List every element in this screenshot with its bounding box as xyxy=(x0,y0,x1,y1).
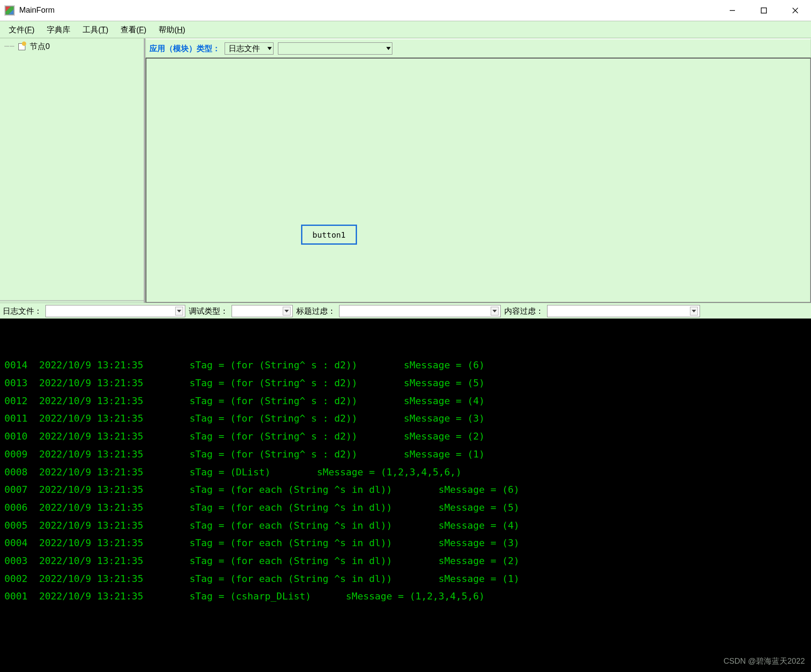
maximize-icon xyxy=(761,7,767,14)
filter-title-combo[interactable] xyxy=(339,305,501,317)
filter-debugtype-label: 调试类型： xyxy=(189,306,228,316)
tree-node-label: 节点0 xyxy=(30,41,50,52)
log-line: 0007 2022/10/9 13:21:35 sTag = (for each… xyxy=(4,481,807,499)
chevron-down-icon xyxy=(267,47,272,50)
design-canvas[interactable]: button1 xyxy=(146,58,811,303)
splitter-handle[interactable] xyxy=(0,300,144,303)
filter-title-label: 标题过虑： xyxy=(296,306,336,316)
tree-pane: ┈┈ 节点0 xyxy=(0,38,145,303)
log-line: 0014 2022/10/9 13:21:35 sTag = (for (Str… xyxy=(4,357,807,374)
log-line: 0013 2022/10/9 13:21:35 sTag = (for (Str… xyxy=(4,374,807,392)
secondary-combo[interactable] xyxy=(278,42,392,55)
filter-debugtype-combo[interactable] xyxy=(232,305,293,317)
type-combo-value: 日志文件 xyxy=(225,42,273,55)
menu-bar: 文件(F) 字典库 工具(T) 查看(F) 帮助(H) xyxy=(0,21,811,38)
menu-file[interactable]: 文件(F) xyxy=(9,24,35,35)
type-combo[interactable]: 日志文件 xyxy=(225,42,274,55)
secondary-combo-value xyxy=(278,48,392,49)
filter-logfile-combo[interactable] xyxy=(45,305,185,317)
toolbar-type-label: 应用（模块）类型： xyxy=(149,43,220,54)
log-line: 0008 2022/10/9 13:21:35 sTag = (DList) s… xyxy=(4,464,807,481)
log-console[interactable]: 0014 2022/10/9 13:21:35 sTag = (for (Str… xyxy=(0,319,811,672)
minimize-icon xyxy=(729,7,736,14)
menu-help[interactable]: 帮助(H) xyxy=(159,24,185,35)
toolbar: 应用（模块）类型： 日志文件 xyxy=(146,38,811,58)
button1-label: button1 xyxy=(312,230,346,239)
log-line: 0011 2022/10/9 13:21:35 sTag = (for (Str… xyxy=(4,410,807,428)
menu-dict[interactable]: 字典库 xyxy=(47,24,70,35)
minimize-button[interactable] xyxy=(717,0,748,21)
log-line: 0010 2022/10/9 13:21:35 sTag = (for (Str… xyxy=(4,428,807,446)
chevron-down-icon xyxy=(175,307,183,315)
filter-logfile-label: 日志文件： xyxy=(3,306,42,316)
bug-icon xyxy=(17,42,27,51)
watermark: CSDN @碧海蓝天2022 xyxy=(724,654,805,669)
chevron-down-icon xyxy=(283,307,291,315)
app-icon xyxy=(4,5,15,16)
log-line: 0012 2022/10/9 13:21:35 sTag = (for (Str… xyxy=(4,392,807,410)
tree-branch-icon: ┈┈ xyxy=(4,42,15,51)
log-line: 0004 2022/10/9 13:21:35 sTag = (for each… xyxy=(4,534,807,552)
filter-bar: 日志文件： 调试类型： 标题过虑： 内容过虑： xyxy=(0,303,811,319)
treeview[interactable]: ┈┈ 节点0 xyxy=(3,40,141,301)
log-line: 0003 2022/10/9 13:21:35 sTag = (for each… xyxy=(4,552,807,570)
log-line: 0009 2022/10/9 13:21:35 sTag = (for (Str… xyxy=(4,446,807,464)
log-line: 0006 2022/10/9 13:21:35 sTag = (for each… xyxy=(4,499,807,517)
log-line: 0002 2022/10/9 13:21:35 sTag = (for each… xyxy=(4,570,807,588)
filter-content-label: 内容过虑： xyxy=(504,306,544,316)
chevron-down-icon xyxy=(690,307,698,315)
log-line: 0005 2022/10/9 13:21:35 sTag = (for each… xyxy=(4,517,807,535)
tree-node-root[interactable]: ┈┈ 节点0 xyxy=(3,40,141,52)
chevron-down-icon xyxy=(386,47,391,50)
close-icon xyxy=(792,7,799,14)
svg-rect-1 xyxy=(761,8,766,13)
chevron-down-icon xyxy=(491,307,499,315)
filter-content-combo[interactable] xyxy=(547,305,700,317)
menu-tools[interactable]: 工具(T) xyxy=(83,24,108,35)
window-title: MainForm xyxy=(19,6,55,15)
close-button[interactable] xyxy=(780,0,811,21)
menu-view[interactable]: 查看(F) xyxy=(121,24,146,35)
log-line: 0001 2022/10/9 13:21:35 sTag = (csharp_D… xyxy=(4,588,807,606)
maximize-button[interactable] xyxy=(748,0,780,21)
button1[interactable]: button1 xyxy=(301,225,357,245)
